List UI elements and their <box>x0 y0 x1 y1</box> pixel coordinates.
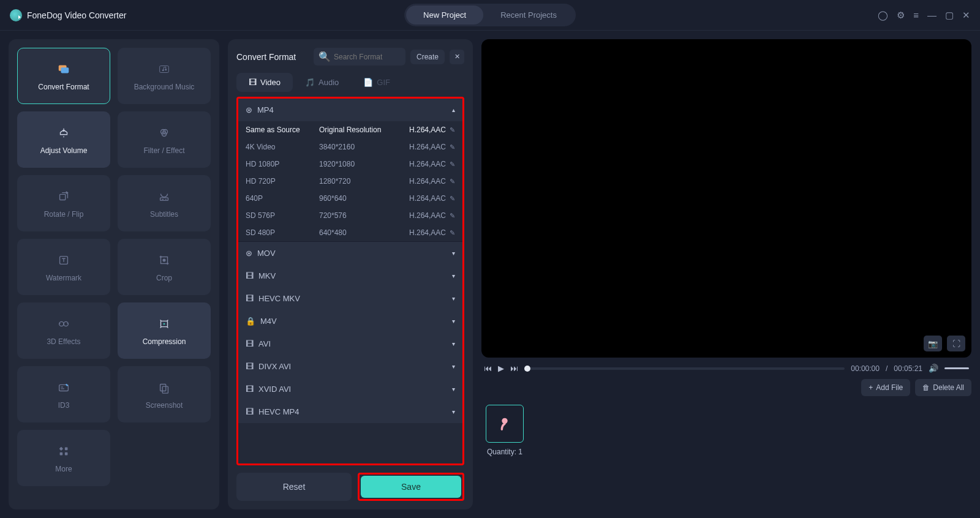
format-row[interactable]: 640P 960*640 H.264,AAC✎ <box>238 190 462 207</box>
format-group-head-divx-avi[interactable]: 🎞DIVX AVI▾ <box>238 355 462 378</box>
tool-3d-effects[interactable]: 3D Effects <box>17 302 110 359</box>
menu-icon[interactable]: ≡ <box>913 10 919 20</box>
volume-slider[interactable] <box>944 367 969 369</box>
add-file-button[interactable]: +Add File <box>861 379 910 396</box>
create-button[interactable]: Create <box>410 50 445 64</box>
panel-title: Convert Format <box>236 52 296 62</box>
format-group-head-mp4[interactable]: ⊛ MP4 ▴ <box>238 99 462 121</box>
next-button[interactable]: ⏭ <box>510 364 518 373</box>
svg-rect-9 <box>60 194 66 200</box>
svg-point-5 <box>63 130 64 131</box>
format-row[interactable]: HD 1080P 1920*1080 H.264,AAC✎ <box>238 156 462 173</box>
svg-point-13 <box>163 259 165 261</box>
film-icon: 🎞 <box>246 339 254 348</box>
edit-icon[interactable]: ✎ <box>450 126 455 134</box>
video-icon: 🎞 <box>249 78 257 87</box>
tool-crop[interactable]: Crop <box>118 239 211 295</box>
tool-screenshot[interactable]: Screenshot <box>118 366 211 422</box>
tool-compression[interactable]: Compression <box>118 302 211 359</box>
maximize-button[interactable]: ▢ <box>945 10 954 21</box>
seek-handle[interactable] <box>524 366 530 372</box>
tool-label: Filter / Effect <box>143 146 184 155</box>
close-panel-button[interactable]: ✕ <box>450 50 464 64</box>
caret-down-icon: ▾ <box>452 272 455 279</box>
tab-audio[interactable]: 🎵 Audio <box>293 73 351 92</box>
tool-label: Screenshot <box>146 401 183 410</box>
format-panel: Convert Format 🔍 Create ✕ 🎞 Video 🎵 Audi… <box>228 39 473 509</box>
edit-icon[interactable]: ✎ <box>450 178 455 186</box>
caret-down-icon: ▾ <box>452 295 455 302</box>
app-logo: FoneDog Video Converter <box>10 9 126 21</box>
tab-gif[interactable]: 📄 GIF <box>351 73 402 92</box>
format-row[interactable]: SD 480P 640*480 H.264,AAC✎ <box>238 224 462 241</box>
video-preview[interactable]: 📷 ⛶ <box>481 39 971 358</box>
tool-label: Subtitles <box>150 210 178 219</box>
film-icon: 🎞 <box>246 271 254 280</box>
format-group-head-xvid-avi[interactable]: 🎞XVID AVI▾ <box>238 378 462 400</box>
close-button[interactable]: ✕ <box>962 10 970 21</box>
tool-adjust-volume[interactable]: Adjust Volume <box>17 111 110 168</box>
tool-label: Convert Format <box>38 83 89 91</box>
tab-recent-projects[interactable]: Recent Projects <box>483 6 574 24</box>
tool-id3[interactable]: ID3 <box>17 366 110 422</box>
format-group-head-hevc-mp4[interactable]: 🎞HEVC MP4▾ <box>238 400 462 423</box>
format-group-head-mov[interactable]: ⊛MOV▾ <box>238 242 462 265</box>
settings-icon[interactable]: ⚙ <box>897 10 905 21</box>
more-icon <box>53 443 74 460</box>
search-format[interactable]: 🔍 <box>314 48 405 66</box>
save-button[interactable]: Save <box>361 476 461 498</box>
edit-icon[interactable]: ✎ <box>450 212 455 220</box>
tool-convert-format[interactable]: Convert Format <box>17 48 110 104</box>
delete-all-button[interactable]: 🗑Delete All <box>915 379 971 396</box>
file-thumbnail <box>486 405 524 443</box>
prev-button[interactable]: ⏮ <box>484 364 492 373</box>
svg-rect-21 <box>59 447 63 451</box>
tool-more[interactable]: More <box>17 430 110 486</box>
svg-point-14 <box>59 321 64 326</box>
svg-rect-2 <box>160 66 169 73</box>
user-icon[interactable]: ◯ <box>878 10 888 21</box>
format-group-head-hevc-mkv[interactable]: 🎞HEVC MKV▾ <box>238 287 462 310</box>
edit-icon[interactable]: ✎ <box>450 160 455 168</box>
tool-background-music[interactable]: Background Music <box>118 48 211 104</box>
tool-label: 3D Effects <box>47 337 80 346</box>
caret-down-icon: ▾ <box>452 386 455 392</box>
film-icon: 🎞 <box>246 385 254 394</box>
film-icon: 🎞 <box>246 294 254 303</box>
file-item[interactable]: Quantity: 1 <box>484 405 526 456</box>
tab-video[interactable]: 🎞 Video <box>236 73 293 92</box>
search-input[interactable] <box>334 53 401 61</box>
edit-icon[interactable]: ✎ <box>450 143 455 151</box>
reset-button[interactable]: Reset <box>236 473 352 501</box>
caret-down-icon: ▾ <box>452 318 455 325</box>
format-row[interactable]: SD 576P 720*576 H.264,AAC✎ <box>238 207 462 224</box>
preview-pane: 📷 ⛶ ⏮ ▶ ⏭ 00:00:00 / 00:05:21 🔊 +Add Fil… <box>481 39 971 509</box>
plus-icon: + <box>869 383 873 392</box>
tools-sidebar: Convert Format Background Music Adjust V… <box>9 39 219 509</box>
format-group-head-m4v[interactable]: 🔒M4V▾ <box>238 310 462 332</box>
tool-label: Background Music <box>134 83 195 91</box>
tool-watermark[interactable]: Watermark <box>17 239 110 295</box>
compression-icon <box>154 315 175 332</box>
reel-icon: ⊛ <box>246 249 252 258</box>
tab-new-project[interactable]: New Project <box>406 6 483 24</box>
play-button[interactable]: ▶ <box>498 364 504 373</box>
format-row[interactable]: Same as Source Original Resolution H.264… <box>238 121 462 138</box>
volume-icon <box>53 124 74 141</box>
tool-rotate-flip[interactable]: Rotate / Flip <box>17 175 110 231</box>
format-row[interactable]: HD 720P 1280*720 H.264,AAC✎ <box>238 173 462 190</box>
format-group-head-avi[interactable]: 🎞AVI▾ <box>238 332 462 355</box>
edit-icon[interactable]: ✎ <box>450 195 455 203</box>
format-group-head-mkv[interactable]: 🎞MKV▾ <box>238 265 462 287</box>
volume-icon[interactable]: 🔊 <box>929 364 938 373</box>
edit-icon[interactable]: ✎ <box>450 229 455 237</box>
tool-label: Adjust Volume <box>40 146 88 155</box>
tool-filter-effect[interactable]: Filter / Effect <box>118 111 211 168</box>
snapshot-button[interactable]: 📷 <box>924 336 942 351</box>
format-row[interactable]: 4K Video 3840*2160 H.264,AAC✎ <box>238 138 462 156</box>
tool-subtitles[interactable]: Subtitles <box>118 175 211 231</box>
reel-icon: ⊛ <box>246 105 252 114</box>
seek-bar[interactable] <box>524 367 845 370</box>
minimize-button[interactable]: — <box>927 10 937 20</box>
fullscreen-button[interactable]: ⛶ <box>947 336 965 351</box>
